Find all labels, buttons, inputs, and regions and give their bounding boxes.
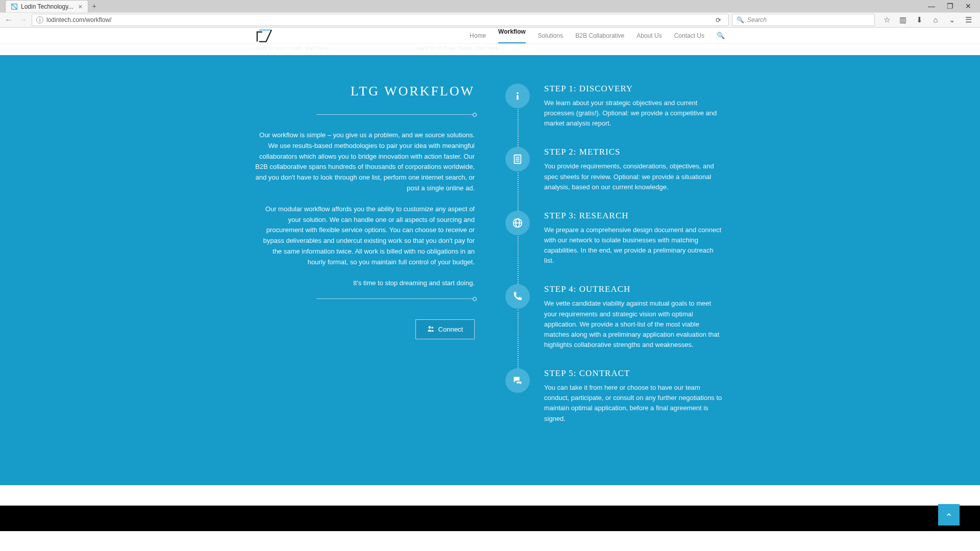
workflow-intro: LTG WORKFLOW Our workflow is simple – yo… (255, 84, 475, 442)
library-icon[interactable]: ▥ (898, 15, 908, 24)
globe-icon (505, 211, 530, 235)
step-research: STEP 3: RESEARCHWe prepare a comprehensi… (505, 211, 725, 266)
step-outreach: STEP 4: OUTREACHWe vette candidate viabi… (505, 284, 725, 350)
tab-favicon (11, 3, 18, 10)
page-viewport: Home Workflow Solutions B2B Collaborativ… (0, 28, 980, 551)
address-bar: ← → i lodintech.com/workflow/ ⟳ 🔍 Search… (0, 12, 980, 28)
back-button[interactable]: ← (3, 14, 14, 26)
svg-point-1 (428, 327, 431, 329)
minimize-icon[interactable]: — (927, 2, 936, 10)
toolbar-icons: ☆ ▥ ⬇ ⌂ ⌄ ☰ (878, 15, 977, 24)
divider-decoration (316, 298, 475, 299)
bookmark-star-icon[interactable]: ☆ (882, 15, 891, 24)
site-header: Home Workflow Solutions B2B Collaborativ… (0, 28, 980, 44)
step-title: STEP 1: DISCOVERY (544, 84, 725, 94)
step-title: STEP 4: OUTREACH (544, 284, 725, 294)
site-logo[interactable] (255, 28, 275, 43)
info-icon[interactable]: i (36, 16, 43, 23)
workflow-section: LTG WORKFLOW Our workflow is simple – yo… (0, 55, 980, 485)
svg-rect-4 (517, 95, 519, 99)
step-title: STEP 2: METRICS (544, 147, 725, 157)
connect-label: Connect (438, 325, 463, 333)
home-icon[interactable]: ⌂ (931, 15, 940, 24)
menu-icon[interactable]: ☰ (964, 15, 973, 24)
workflow-steps: STEP 1: DISCOVERYWe learn about your str… (505, 84, 725, 442)
window-controls: — ❐ ✕ (927, 2, 980, 10)
step-contract: STEP 5: CONTRACTYou can take it from her… (505, 368, 725, 424)
people-icon (427, 325, 434, 334)
connect-button[interactable]: Connect (415, 319, 475, 339)
step-text: We prepare a comprehensive design docume… (544, 225, 725, 266)
step-text: We learn about your strategic objectives… (544, 98, 725, 129)
maximize-icon[interactable]: ❐ (945, 2, 954, 10)
browser-tab[interactable]: Lodin Technology... × (5, 0, 88, 12)
refresh-icon[interactable]: ⟳ (712, 16, 724, 24)
nav-solutions[interactable]: Solutions (538, 32, 563, 39)
search-field[interactable]: 🔍 Search (732, 14, 875, 26)
step-text: You provide requirements, considerations… (544, 161, 725, 192)
white-gap (0, 485, 980, 506)
step-discovery: STEP 1: DISCOVERYWe learn about your str… (505, 84, 725, 129)
nav-contact[interactable]: Contact Us (674, 32, 704, 39)
workflow-para-3: It's time to stop dreaming and start doi… (255, 278, 475, 289)
url-text: lodintech.com/workflow/ (46, 16, 111, 23)
workflow-para-2: Our modular workflow affords you the abi… (255, 204, 475, 268)
tab-bar: Lodin Technology... × + — ❐ ✕ (0, 0, 980, 12)
url-field[interactable]: i lodintech.com/workflow/ ⟳ (32, 14, 729, 26)
tab-title: Lodin Technology... (21, 3, 73, 10)
downloads-icon[interactable]: ⬇ (915, 15, 924, 24)
chat-icon (505, 368, 530, 393)
step-text: You can take it from here or choose to h… (544, 383, 725, 424)
svg-point-3 (517, 92, 519, 94)
info-icon (505, 84, 530, 108)
step-metrics: STEP 2: METRICSYou provide requirements,… (505, 147, 725, 192)
step-title: STEP 5: CONTRACT (544, 368, 725, 379)
pocket-icon[interactable]: ⌄ (947, 15, 957, 24)
document-icon (505, 147, 530, 171)
search-placeholder: Search (747, 16, 767, 23)
remnant-text: want to learn more, start here. want to … (255, 44, 725, 55)
step-text: We vette candidate viability against mut… (544, 298, 725, 350)
divider-decoration (316, 114, 475, 115)
forward-button: → (17, 14, 29, 26)
scroll-to-top-button[interactable] (938, 504, 960, 525)
nav-workflow[interactable]: Workflow (498, 28, 526, 43)
workflow-title: LTG WORKFLOW (255, 84, 475, 99)
workflow-para-1: Our workflow is simple – you give us a p… (255, 130, 475, 194)
nav-b2b[interactable]: B2B Collaborative (575, 32, 624, 39)
svg-point-2 (431, 327, 433, 329)
close-icon[interactable]: × (78, 3, 82, 11)
nav-search-icon[interactable]: 🔍 (717, 32, 725, 39)
nav-about[interactable]: About Us (636, 32, 662, 39)
search-icon: 🔍 (737, 16, 744, 23)
phone-icon (505, 284, 530, 309)
close-window-icon[interactable]: ✕ (964, 2, 973, 10)
browser-chrome: Lodin Technology... × + — ❐ ✕ ← → i lodi… (0, 0, 980, 28)
page-footer (0, 506, 980, 531)
remnant-left: want to learn more, start here. (255, 45, 330, 51)
step-title: STEP 3: RESEARCH (544, 211, 725, 221)
nav-home[interactable]: Home (470, 32, 486, 39)
new-tab-button[interactable]: + (88, 2, 101, 10)
remnant-right: want to sit down faster, start here. (416, 45, 500, 51)
main-nav: Home Workflow Solutions B2B Collaborativ… (470, 28, 725, 43)
page-scroll[interactable]: Home Workflow Solutions B2B Collaborativ… (0, 28, 980, 551)
